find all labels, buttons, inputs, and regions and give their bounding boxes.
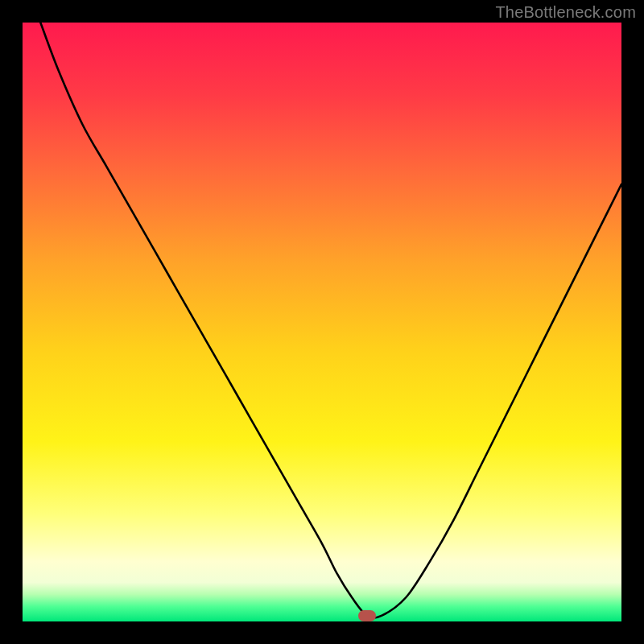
optimal-point-marker (358, 610, 376, 621)
chart-plot-area (23, 23, 621, 621)
bottleneck-curve (23, 23, 621, 621)
watermark-text: TheBottleneck.com (495, 3, 636, 22)
